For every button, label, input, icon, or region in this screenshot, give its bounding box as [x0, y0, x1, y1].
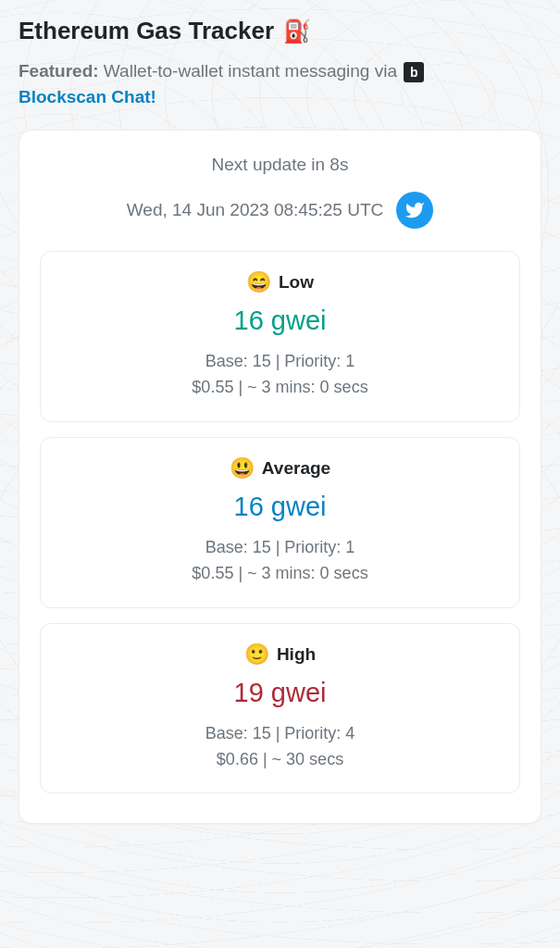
gas-average-value: 16 gwei — [56, 492, 504, 522]
gas-high-base-priority: Base: 15 | Priority: 4 — [56, 721, 504, 747]
gas-high-value: 19 gwei — [56, 678, 504, 708]
gas-low-value: 16 gwei — [56, 306, 504, 336]
featured-text: Wallet-to-wallet instant messaging via — [104, 61, 397, 81]
gas-average-base-priority: Base: 15 | Priority: 1 — [56, 535, 504, 561]
gas-average-cost-time: $0.55 | ~ 3 mins: 0 secs — [56, 561, 504, 587]
emoji-grin-icon: 😄 — [246, 270, 271, 294]
gas-high-details: Base: 15 | Priority: 4 $0.66 | ~ 30 secs — [56, 721, 504, 773]
page-title-row: Ethereum Gas Tracker ⛽ — [19, 17, 541, 45]
next-update-text: Next update in 8s — [40, 155, 520, 175]
timestamp-text: Wed, 14 Jun 2023 08:45:25 UTC — [127, 200, 383, 220]
gas-low-header: 😄 Low — [56, 270, 504, 294]
gas-average-header: 😃 Average — [56, 456, 504, 480]
gas-low-details: Base: 15 | Priority: 1 $0.55 | ~ 3 mins:… — [56, 349, 504, 401]
gas-low-label: Low — [279, 272, 314, 293]
gas-high-label: High — [277, 644, 316, 665]
featured-label: Featured: — [19, 61, 99, 81]
gas-low-cost-time: $0.55 | ~ 3 mins: 0 secs — [56, 375, 504, 401]
blockscan-badge-icon: b — [404, 62, 424, 82]
gas-low-base-priority: Base: 15 | Priority: 1 — [56, 349, 504, 375]
gas-high-cost-time: $0.66 | ~ 30 secs — [56, 747, 504, 773]
gas-average-label: Average — [262, 458, 330, 479]
gas-box-average[interactable]: 😃 Average 16 gwei Base: 15 | Priority: 1… — [40, 437, 520, 608]
twitter-icon — [404, 200, 425, 220]
gas-box-low[interactable]: 😄 Low 16 gwei Base: 15 | Priority: 1 $0.… — [40, 251, 520, 422]
blockscan-chat-link[interactable]: Blockscan Chat! — [19, 87, 156, 106]
gas-average-details: Base: 15 | Priority: 1 $0.55 | ~ 3 mins:… — [56, 535, 504, 587]
gas-high-header: 🙂 High — [56, 642, 504, 667]
gas-box-high[interactable]: 🙂 High 19 gwei Base: 15 | Priority: 4 $0… — [40, 623, 520, 794]
emoji-smile-icon: 😃 — [230, 456, 255, 480]
timestamp-row: Wed, 14 Jun 2023 08:45:25 UTC — [40, 192, 520, 229]
gas-pump-icon: ⛽ — [283, 19, 311, 44]
twitter-share-button[interactable] — [396, 192, 433, 229]
page-title: Ethereum Gas Tracker — [19, 17, 274, 45]
emoji-slight-smile-icon: 🙂 — [244, 642, 269, 667]
featured-banner: Featured: Wallet-to-wallet instant messa… — [19, 58, 541, 109]
gas-tracker-card: Next update in 8s Wed, 14 Jun 2023 08:45… — [19, 130, 541, 824]
